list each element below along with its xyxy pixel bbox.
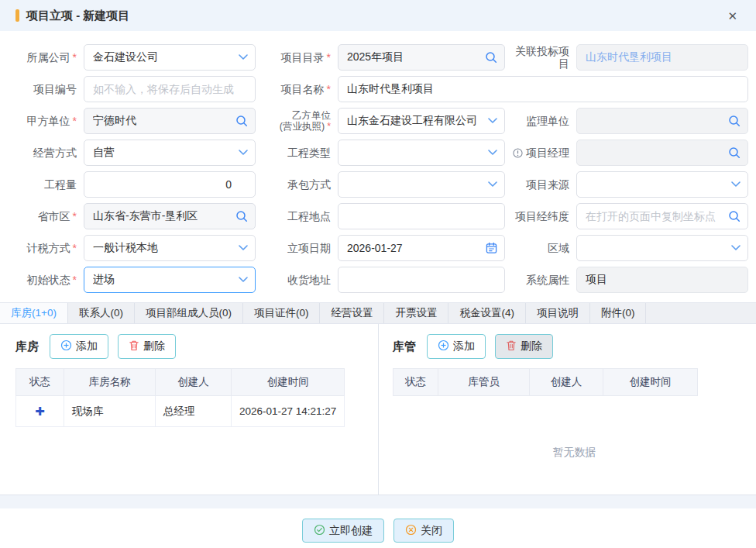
- search-icon[interactable]: [485, 51, 497, 64]
- chevron-down-icon: [488, 118, 497, 124]
- search-icon[interactable]: [728, 146, 741, 159]
- trash-icon: [506, 339, 517, 353]
- tab-project-team[interactable]: 项目部组成人员(0): [135, 303, 243, 323]
- area-input[interactable]: [576, 235, 748, 261]
- party-a-input[interactable]: [84, 108, 256, 134]
- supervisor-field: [576, 108, 748, 134]
- search-icon[interactable]: [235, 210, 248, 222]
- area-label: 区域: [505, 235, 576, 261]
- info-icon: [513, 148, 523, 158]
- initial-status-label: 初始状态*: [0, 267, 84, 293]
- supervisor-input: [576, 108, 748, 134]
- catalog-label: 项目目录*: [256, 44, 338, 71]
- project-manager-field: [576, 140, 748, 166]
- chevron-down-icon: [239, 150, 248, 156]
- party-b-select[interactable]: [338, 108, 505, 134]
- keeper-col-creator: 创建人: [530, 369, 603, 396]
- company-select[interactable]: [84, 44, 256, 71]
- row-created-cell: 2026-01-27 14:21:27: [232, 396, 345, 427]
- operation-mode-input[interactable]: [84, 140, 256, 166]
- tab-project-notes[interactable]: 项目说明: [526, 303, 590, 323]
- tax-mode-label: 计税方式*: [0, 235, 84, 261]
- close-button[interactable]: 关闭: [393, 519, 454, 543]
- dialog-title: 项目立项 - 新建项目: [26, 9, 129, 23]
- project-source-select[interactable]: [576, 171, 748, 198]
- project-type-input[interactable]: [338, 140, 505, 166]
- keeper-panel: 库管 添加 删除 状态 库管员 创建人 创建时间 暂无数据: [378, 324, 756, 495]
- start-date-input[interactable]: [338, 235, 505, 261]
- warehouse-table-row[interactable]: ✚ 现场库 总经理 2026-01-27 14:21:27: [16, 396, 345, 427]
- warehouse-toolbar: 库房 添加 删除: [15, 334, 378, 359]
- party-b-input[interactable]: [338, 108, 505, 134]
- chevron-down-icon: [731, 245, 741, 251]
- coordinates-input[interactable]: [576, 203, 748, 229]
- add-circle-icon: [60, 339, 72, 353]
- operation-mode-label: 经营方式: [0, 140, 84, 166]
- initial-status-select[interactable]: [84, 267, 256, 293]
- keeper-add-button[interactable]: 添加: [427, 334, 486, 359]
- related-bid-label: 关联投标项目: [505, 44, 576, 71]
- quantity-input[interactable]: [84, 171, 256, 198]
- tax-mode-select[interactable]: [84, 235, 256, 261]
- warehouse-table: 状态 库房名称 创建人 创建时间 ✚ 现场库 总经理 2026-01-27 14…: [15, 368, 345, 427]
- chevron-down-icon: [488, 181, 497, 188]
- keeper-empty-state: 暂无数据: [393, 396, 756, 508]
- tax-mode-input[interactable]: [84, 235, 256, 261]
- close-icon[interactable]: ✕: [727, 10, 737, 22]
- trash-icon: [129, 339, 139, 353]
- project-form: 所属公司* 项目目录* 关联投标项目 项目编号 项目名称* 甲方单位* 乙方单位…: [0, 31, 756, 293]
- party-b-label: 乙方单位 (营业执照)*: [256, 108, 338, 134]
- keeper-table: 状态 库管员 创建人 创建时间: [393, 368, 698, 396]
- project-name-input[interactable]: [338, 76, 748, 102]
- initial-status-input[interactable]: [84, 267, 256, 293]
- project-name-field[interactable]: [338, 76, 748, 102]
- tab-tax-settings[interactable]: 税金设置(4): [448, 303, 526, 323]
- project-no-input[interactable]: [84, 76, 256, 102]
- start-date-field[interactable]: [338, 235, 505, 261]
- project-name-label: 项目名称*: [256, 76, 338, 102]
- catalog-field[interactable]: [338, 44, 505, 71]
- tab-invoice-settings[interactable]: 开票设置: [384, 303, 448, 323]
- tab-operation-settings[interactable]: 经营设置: [320, 303, 384, 323]
- create-now-button[interactable]: 立即创建: [302, 519, 384, 543]
- contract-mode-input[interactable]: [338, 171, 505, 198]
- company-label: 所属公司*: [0, 44, 84, 71]
- delivery-address-label: 收货地址: [256, 267, 338, 293]
- delivery-address-input[interactable]: [338, 267, 505, 293]
- search-icon[interactable]: [728, 115, 741, 127]
- delivery-address-field[interactable]: [338, 267, 505, 293]
- check-circle-icon: [314, 524, 325, 538]
- search-icon[interactable]: [235, 115, 248, 127]
- warehouse-panel: 库房 添加 删除 状态 库房名称 创建人 创建时间 ✚: [0, 324, 378, 495]
- dialog-titlebar: 项目立项 - 新建项目 ✕: [0, 0, 756, 31]
- project-no-field[interactable]: [84, 76, 256, 102]
- tab-warehouse[interactable]: 库房(1+0): [0, 303, 68, 323]
- quantity-label: 工程量: [0, 171, 84, 198]
- operation-mode-select[interactable]: [84, 140, 256, 166]
- contract-mode-select[interactable]: [338, 171, 505, 198]
- region-field[interactable]: [84, 203, 256, 229]
- quantity-field[interactable]: [84, 171, 256, 198]
- detail-tabs: 库房(1+0) 联系人(0) 项目部组成人员(0) 项目证件(0) 经营设置 开…: [0, 302, 756, 324]
- warehouse-col-created: 创建时间: [232, 369, 345, 396]
- tab-attachments[interactable]: 附件(0): [590, 303, 647, 323]
- location-input[interactable]: [338, 203, 505, 229]
- keeper-delete-button[interactable]: 删除: [495, 334, 553, 359]
- tab-certificates[interactable]: 项目证件(0): [243, 303, 321, 323]
- project-type-select[interactable]: [338, 140, 505, 166]
- area-select[interactable]: [576, 235, 748, 261]
- tab-contacts[interactable]: 联系人(0): [68, 303, 135, 323]
- search-icon[interactable]: [728, 210, 741, 222]
- catalog-input[interactable]: [338, 44, 505, 71]
- region-input[interactable]: [84, 203, 256, 229]
- project-source-input[interactable]: [576, 171, 748, 198]
- party-a-label: 甲方单位*: [0, 108, 84, 134]
- company-input[interactable]: [84, 44, 256, 71]
- coordinates-field[interactable]: [576, 203, 748, 229]
- warehouse-add-button[interactable]: 添加: [50, 334, 108, 359]
- party-a-field[interactable]: [84, 108, 256, 134]
- calendar-icon[interactable]: [486, 243, 497, 254]
- plus-icon: ✚: [35, 405, 45, 418]
- warehouse-delete-button[interactable]: 删除: [118, 334, 176, 359]
- location-field[interactable]: [338, 203, 505, 229]
